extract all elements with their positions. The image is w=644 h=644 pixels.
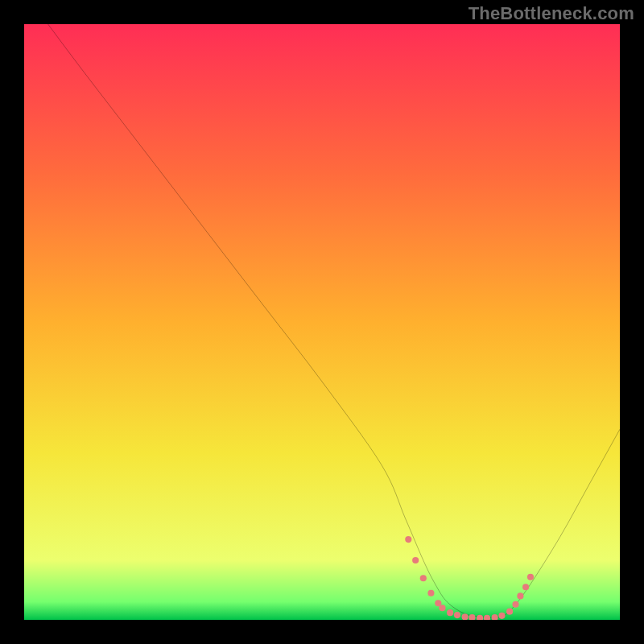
optimal-marker — [506, 609, 513, 615]
optimal-marker — [462, 613, 469, 620]
watermark-text: TheBottleneck.com — [469, 3, 634, 24]
gradient-background — [24, 24, 620, 620]
optimal-marker — [454, 612, 460, 618]
optimal-marker — [420, 575, 427, 581]
optimal-marker — [412, 557, 419, 564]
optimal-marker — [498, 613, 505, 619]
optimal-marker — [512, 601, 518, 608]
chart-frame: TheBottleneck.com — [0, 0, 644, 644]
optimal-marker — [447, 609, 453, 616]
optimal-marker — [522, 584, 529, 590]
optimal-marker — [405, 536, 411, 543]
optimal-marker — [527, 574, 534, 580]
optimal-marker — [439, 605, 445, 611]
optimal-marker — [517, 592, 523, 599]
optimal-marker — [427, 590, 434, 597]
bottleneck-chart — [24, 24, 620, 620]
